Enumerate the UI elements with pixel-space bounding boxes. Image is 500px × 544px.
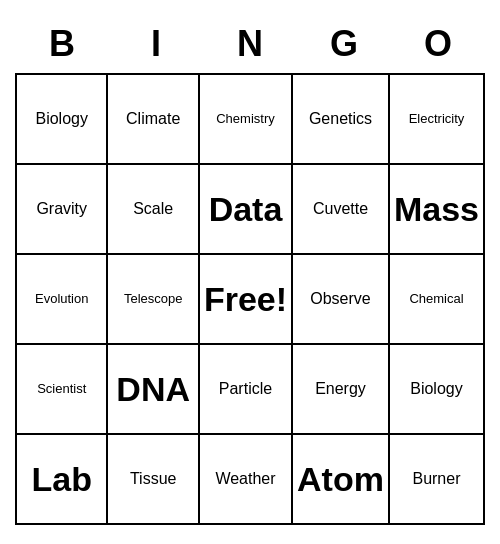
bingo-cell: Chemistry (200, 75, 293, 165)
cell-text: Biology (35, 109, 87, 128)
bingo-header: BINGO (15, 19, 485, 73)
bingo-cell: Free! (200, 255, 293, 345)
bingo-cell: Burner (390, 435, 485, 525)
cell-text: Free! (204, 279, 287, 320)
bingo-cell: Energy (293, 345, 390, 435)
bingo-cell: Observe (293, 255, 390, 345)
bingo-grid: BiologyClimateChemistryGeneticsElectrici… (15, 73, 485, 525)
cell-text: Burner (412, 469, 460, 488)
bingo-cell: Electricity (390, 75, 485, 165)
bingo-cell: Cuvette (293, 165, 390, 255)
bingo-cell: Scale (108, 165, 199, 255)
bingo-cell: Weather (200, 435, 293, 525)
cell-text: Particle (219, 379, 272, 398)
cell-text: Chemistry (216, 111, 275, 127)
bingo-cell: Particle (200, 345, 293, 435)
cell-text: Genetics (309, 109, 372, 128)
cell-text: Energy (315, 379, 366, 398)
bingo-cell: Telescope (108, 255, 199, 345)
cell-text: DNA (116, 369, 190, 410)
bingo-cell: DNA (108, 345, 199, 435)
bingo-cell: Chemical (390, 255, 485, 345)
cell-text: Chemical (409, 291, 463, 307)
cell-text: Weather (215, 469, 275, 488)
header-letter: I (109, 19, 203, 73)
bingo-cell: Evolution (17, 255, 108, 345)
bingo-cell: Scientist (17, 345, 108, 435)
bingo-cell: Atom (293, 435, 390, 525)
cell-text: Biology (410, 379, 462, 398)
header-letter: G (297, 19, 391, 73)
cell-text: Telescope (124, 291, 183, 307)
cell-text: Evolution (35, 291, 88, 307)
header-letter: B (15, 19, 109, 73)
bingo-card: BINGO BiologyClimateChemistryGeneticsEle… (15, 19, 485, 525)
cell-text: Gravity (36, 199, 87, 218)
bingo-cell: Genetics (293, 75, 390, 165)
bingo-cell: Mass (390, 165, 485, 255)
cell-text: Scale (133, 199, 173, 218)
cell-text: Mass (394, 189, 479, 230)
cell-text: Data (209, 189, 283, 230)
cell-text: Climate (126, 109, 180, 128)
cell-text: Lab (32, 459, 92, 500)
cell-text: Tissue (130, 469, 177, 488)
bingo-cell: Climate (108, 75, 199, 165)
bingo-cell: Tissue (108, 435, 199, 525)
cell-text: Atom (297, 459, 384, 500)
bingo-cell: Data (200, 165, 293, 255)
bingo-cell: Biology (390, 345, 485, 435)
cell-text: Electricity (409, 111, 465, 127)
bingo-cell: Gravity (17, 165, 108, 255)
bingo-cell: Biology (17, 75, 108, 165)
bingo-cell: Lab (17, 435, 108, 525)
cell-text: Scientist (37, 381, 86, 397)
header-letter: O (391, 19, 485, 73)
cell-text: Cuvette (313, 199, 368, 218)
cell-text: Observe (310, 289, 370, 308)
header-letter: N (203, 19, 297, 73)
